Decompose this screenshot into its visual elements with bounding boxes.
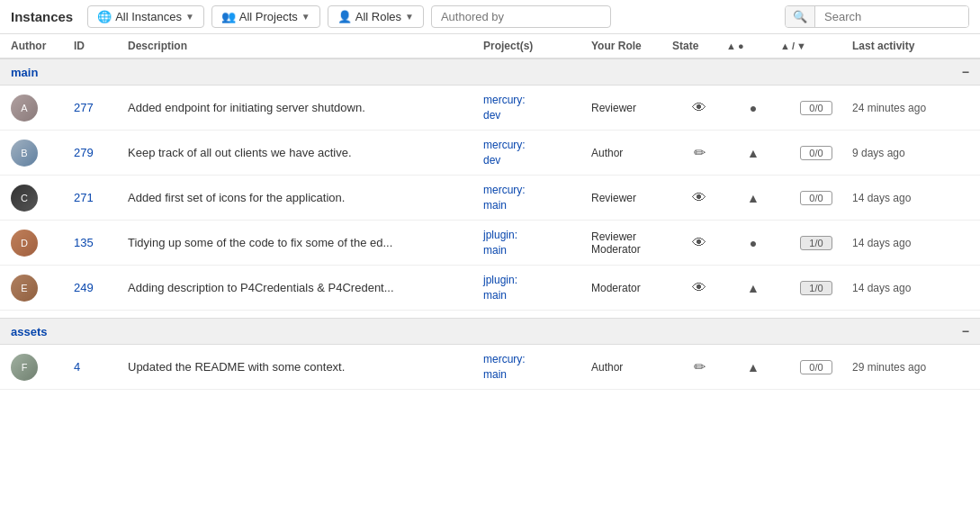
project-link[interactable]: mercury:main bbox=[483, 184, 526, 212]
row-id-link[interactable]: 271 bbox=[74, 191, 94, 204]
avatar: C bbox=[11, 185, 74, 212]
row-role: Author bbox=[591, 147, 672, 159]
row-flag-icon: ● bbox=[726, 236, 780, 250]
roles-icon: 👤 bbox=[337, 10, 352, 23]
row-project: mercury:dev bbox=[483, 138, 591, 168]
row-project: mercury:main bbox=[483, 352, 591, 383]
row-project: jplugin:main bbox=[483, 228, 591, 258]
row-badge: 0/0 bbox=[780, 191, 852, 205]
row-badge: 0/0 bbox=[780, 360, 852, 374]
search-box: 🔍 bbox=[785, 5, 969, 28]
row-state-icon: ✏ bbox=[672, 144, 726, 161]
col-id: ID bbox=[74, 40, 128, 52]
sort-up-icon: ▲ bbox=[780, 41, 790, 51]
row-id-link[interactable]: 4 bbox=[74, 360, 80, 374]
row-state-icon: 👁 bbox=[672, 100, 726, 116]
roles-filter-label: All Roles bbox=[355, 10, 401, 23]
row-description: Keep track of all out clients we have ac… bbox=[128, 146, 416, 159]
projects-icon: 👥 bbox=[221, 10, 236, 23]
table-row: C 271 Added first set of icons for the a… bbox=[0, 176, 980, 221]
row-last-activity: 14 days ago bbox=[852, 282, 969, 294]
row-state-icon: 👁 bbox=[672, 190, 726, 206]
table-row: F 4 Updated the README with some context… bbox=[0, 345, 980, 390]
col-your-role: Your Role bbox=[591, 40, 672, 52]
search-input[interactable] bbox=[815, 6, 968, 27]
avatar: B bbox=[11, 140, 74, 167]
row-last-activity: 14 days ago bbox=[852, 237, 969, 249]
row-flag-icon: ▲ bbox=[726, 281, 780, 295]
row-badge: 1/0 bbox=[780, 236, 852, 250]
table-row: A 277 Added endpoint for initiating serv… bbox=[0, 86, 980, 131]
collapse-icon-assets[interactable]: − bbox=[962, 324, 969, 338]
state-circle-icon: ● bbox=[738, 41, 744, 51]
row-flag-icon: ▲ bbox=[726, 191, 780, 205]
row-project: jplugin:main bbox=[483, 273, 591, 303]
row-role: Author bbox=[591, 361, 672, 374]
col-projects: Project(s) bbox=[483, 40, 591, 52]
col-sort-icons[interactable]: ▲ / ▼ bbox=[780, 41, 852, 51]
groups-container: main − A 277 Added endpoint for initiati… bbox=[0, 59, 980, 390]
instances-filter-label: All Instances bbox=[115, 10, 182, 23]
authored-by-input[interactable] bbox=[431, 5, 611, 28]
project-link[interactable]: jplugin:main bbox=[483, 229, 517, 257]
group-name-assets: assets bbox=[11, 325, 47, 338]
row-description: Tidying up some of the code to fix some … bbox=[128, 236, 416, 249]
state-sort-icon: ▲ bbox=[726, 41, 736, 51]
avatar: D bbox=[11, 230, 74, 257]
collapse-icon-main[interactable]: − bbox=[962, 65, 969, 79]
group-header-main: main − bbox=[0, 59, 980, 86]
project-link[interactable]: mercury:dev bbox=[483, 94, 526, 122]
globe-icon: 🌐 bbox=[97, 10, 112, 23]
row-id-link[interactable]: 135 bbox=[74, 236, 94, 249]
avatar: E bbox=[11, 275, 74, 302]
row-last-activity: 9 days ago bbox=[852, 147, 969, 159]
col-description: Description bbox=[128, 40, 483, 52]
row-state-icon: 👁 bbox=[672, 235, 726, 251]
row-role: Reviewer bbox=[591, 102, 672, 114]
row-role: Moderator bbox=[591, 282, 672, 294]
roles-caret-icon: ▼ bbox=[405, 12, 414, 22]
row-id-link[interactable]: 249 bbox=[74, 281, 94, 294]
sort-down-icon: ▼ bbox=[796, 41, 806, 51]
row-badge: 0/0 bbox=[780, 101, 852, 115]
row-role: ReviewerModerator bbox=[591, 230, 672, 256]
row-state-icon: 👁 bbox=[672, 280, 726, 296]
row-flag-icon: ● bbox=[726, 101, 780, 115]
group-header-assets: assets − bbox=[0, 318, 980, 345]
avatar: F bbox=[11, 354, 74, 381]
search-icon: 🔍 bbox=[786, 6, 815, 27]
row-id-link[interactable]: 279 bbox=[74, 146, 94, 159]
row-description: Adding description to P4Credentials & P4… bbox=[128, 281, 416, 294]
instances-caret-icon: ▼ bbox=[185, 12, 194, 22]
col-last-activity: Last activity bbox=[852, 40, 969, 52]
row-project: mercury:main bbox=[483, 183, 591, 213]
col-author: Author bbox=[11, 40, 74, 52]
row-id-link[interactable]: 277 bbox=[74, 101, 94, 114]
row-description: Added endpoint for initiating server shu… bbox=[128, 101, 416, 114]
projects-caret-icon: ▼ bbox=[301, 12, 310, 22]
project-link[interactable]: mercury:main bbox=[483, 353, 526, 381]
col-state-icons[interactable]: ▲ ● bbox=[726, 41, 780, 51]
table-row: B 279 Keep track of all out clients we h… bbox=[0, 131, 980, 176]
top-bar: Instances 🌐 All Instances ▼ 👥 All Projec… bbox=[0, 0, 980, 34]
instances-filter[interactable]: 🌐 All Instances ▼ bbox=[87, 5, 204, 28]
roles-filter[interactable]: 👤 All Roles ▼ bbox=[328, 5, 424, 28]
table-row: D 135 Tidying up some of the code to fix… bbox=[0, 221, 980, 266]
sort-sep: / bbox=[792, 41, 795, 51]
row-state-icon: ✏ bbox=[672, 358, 726, 375]
row-last-activity: 29 minutes ago bbox=[852, 361, 969, 374]
page-title: Instances bbox=[11, 9, 73, 24]
row-description: Updated the README with some context. bbox=[128, 360, 416, 374]
group-name-main: main bbox=[11, 66, 38, 79]
project-link[interactable]: jplugin:main bbox=[483, 274, 517, 302]
row-last-activity: 24 minutes ago bbox=[852, 102, 969, 114]
row-flag-icon: ▲ bbox=[726, 360, 780, 374]
table-row: E 249 Adding description to P4Credential… bbox=[0, 266, 980, 311]
row-badge: 1/0 bbox=[780, 281, 852, 295]
row-badge: 0/0 bbox=[780, 146, 852, 160]
col-state: State bbox=[672, 40, 726, 52]
projects-filter[interactable]: 👥 All Projects ▼ bbox=[211, 5, 320, 28]
project-link[interactable]: mercury:dev bbox=[483, 139, 526, 167]
row-role: Reviewer bbox=[591, 192, 672, 204]
row-project: mercury:dev bbox=[483, 93, 591, 123]
